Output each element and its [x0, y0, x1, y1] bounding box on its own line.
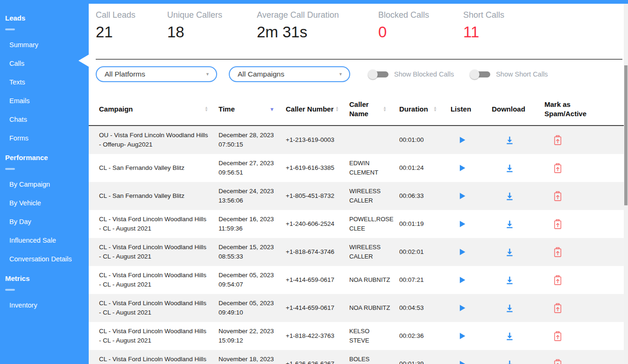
sidebar-item-summary[interactable]: Summary: [0, 42, 89, 49]
stat-label: Blocked Calls: [378, 10, 463, 20]
cell-caller-number: +1-240-606-2524: [281, 210, 346, 238]
stat-value: 11: [463, 23, 504, 41]
sort-down-arrow: ▼: [205, 109, 208, 112]
sidebar-item-calls[interactable]: Calls: [0, 60, 89, 67]
trash-arrow-up-icon[interactable]: [552, 218, 564, 230]
cell-caller-name: [346, 126, 393, 154]
play-icon[interactable]: [457, 219, 466, 229]
sidebar-section-metrics: MetricsInventory: [0, 274, 89, 309]
sidebar-item-by-campaign[interactable]: By Campaign: [0, 181, 89, 188]
trash-arrow-up-icon[interactable]: [552, 134, 564, 146]
play-icon[interactable]: [457, 163, 466, 173]
time-date: December 15, 2023: [219, 243, 274, 252]
sort-desc-icon: ▼: [269, 105, 275, 114]
sidebar-item-by-vehicle[interactable]: By Vehicle: [0, 200, 89, 207]
download-icon[interactable]: [505, 191, 515, 201]
cell-duration: 00:04:53: [393, 294, 444, 322]
download-icon[interactable]: [505, 219, 515, 229]
sort-icon: ▲▼: [205, 106, 208, 112]
section-divider: [5, 289, 15, 291]
trash-arrow-up-icon[interactable]: [552, 274, 564, 286]
stat-label: Short Calls: [463, 10, 504, 20]
play-icon[interactable]: [457, 135, 466, 145]
cell-duration: 00:01:00: [393, 126, 444, 154]
platform-dropdown-value: All Platforms: [105, 70, 145, 78]
column-header-time[interactable]: Time▼: [215, 91, 281, 126]
show-blocked-calls-toggle[interactable]: [368, 70, 388, 79]
stat-value: 18: [167, 23, 257, 41]
cell-listen: [444, 154, 485, 182]
column-header-campaign[interactable]: Campaign▲▼: [89, 91, 215, 126]
sidebar-heading: Leads: [0, 14, 89, 22]
toggle-knob: [368, 70, 378, 79]
play-icon[interactable]: [457, 303, 466, 313]
trash-arrow-up-icon[interactable]: [552, 358, 564, 364]
time-clock: 13:56:06: [219, 196, 274, 205]
cell-caller-name: WIRELESS CALLER: [346, 182, 393, 210]
cell-download: [485, 126, 539, 154]
download-icon[interactable]: [505, 303, 515, 313]
trash-arrow-up-icon[interactable]: [552, 162, 564, 174]
cell-download: [485, 350, 539, 364]
vertical-scrollbar[interactable]: [624, 4, 628, 364]
cell-listen: [444, 238, 485, 266]
time-stack: December 24, 202313:56:06: [219, 187, 274, 205]
scrollbar-thumb[interactable]: [624, 65, 628, 205]
time-stack: December 05, 202309:54:07: [219, 271, 274, 289]
trash-arrow-up-icon[interactable]: [552, 246, 564, 258]
cell-time: December 24, 202313:56:06: [215, 182, 281, 210]
sidebar-item-emails[interactable]: Emails: [0, 98, 89, 105]
column-label: Caller Name: [349, 100, 383, 119]
sidebar-item-texts[interactable]: Texts: [0, 79, 89, 86]
table-row: OU - Vista Ford Lincoln Woodland Hills -…: [89, 126, 624, 154]
active-item-arrow-icon: [78, 55, 89, 67]
cell-time: November 18, 202311:43:51: [215, 350, 281, 364]
sidebar-section-leads: LeadsSummaryCallsTextsEmailsChatsForms: [0, 14, 89, 142]
cell-duration: 00:07:21: [393, 266, 444, 294]
toggle-group: Show Blocked Calls Show Short Calls: [368, 70, 564, 79]
cell-duration: 00:01:39: [393, 350, 444, 364]
time-clock: 07:50:15: [219, 140, 274, 149]
platform-dropdown[interactable]: All Platforms ▼: [96, 66, 217, 82]
cell-campaign: CL - Vista Ford Lincoln Woodland Hills -…: [89, 350, 215, 364]
cell-duration: 00:02:01: [393, 238, 444, 266]
column-label: Mark as Spam/Active: [544, 100, 591, 119]
sidebar-item-by-day[interactable]: By Day: [0, 218, 89, 225]
sidebar-item-chats[interactable]: Chats: [0, 116, 89, 123]
cell-listen: [444, 294, 485, 322]
campaign-dropdown[interactable]: All Campaigns ▼: [229, 66, 350, 82]
column-header-mark-as-spam-active: Mark as Spam/Active: [539, 91, 624, 126]
download-icon[interactable]: [505, 275, 515, 285]
column-header-duration[interactable]: Duration▲▼: [393, 91, 444, 126]
sidebar-item-forms[interactable]: Forms: [0, 135, 89, 142]
cell-caller-number: +1-414-659-0617: [281, 294, 346, 322]
play-icon[interactable]: [457, 247, 466, 257]
time-clock: 11:59:36: [219, 224, 274, 233]
download-icon[interactable]: [505, 135, 515, 145]
column-label: Download: [492, 105, 525, 114]
cell-caller-number: +1-818-674-3746: [281, 238, 346, 266]
play-icon[interactable]: [457, 191, 466, 201]
stats-divider: [96, 59, 622, 60]
column-header-caller-number[interactable]: Caller Number▲▼: [281, 91, 346, 126]
sidebar-item-influenced-sale[interactable]: Influenced Sale: [0, 237, 89, 244]
play-icon[interactable]: [457, 275, 466, 285]
cell-download: [485, 154, 539, 182]
play-icon[interactable]: [457, 331, 466, 341]
download-icon[interactable]: [505, 359, 515, 364]
download-icon[interactable]: [505, 247, 515, 257]
download-icon[interactable]: [505, 331, 515, 341]
sidebar-item-inventory[interactable]: Inventory: [0, 302, 89, 309]
stat-average-call-duration: Average Call Duration2m 31s: [257, 10, 378, 41]
play-icon[interactable]: [457, 359, 466, 364]
show-short-calls-toggle[interactable]: [470, 70, 490, 79]
cell-campaign: CL - San Fernando Valley Blitz: [89, 182, 215, 210]
download-icon[interactable]: [505, 163, 515, 173]
trash-arrow-up-icon[interactable]: [552, 302, 564, 314]
trash-arrow-up-icon[interactable]: [552, 190, 564, 202]
column-header-caller-name[interactable]: Caller Name▲▼: [346, 91, 393, 126]
cell-mark-spam: [539, 182, 624, 210]
trash-arrow-up-icon[interactable]: [552, 330, 564, 342]
cell-mark-spam: [539, 238, 624, 266]
sidebar-item-conversation-details[interactable]: Conversation Details: [0, 256, 89, 263]
